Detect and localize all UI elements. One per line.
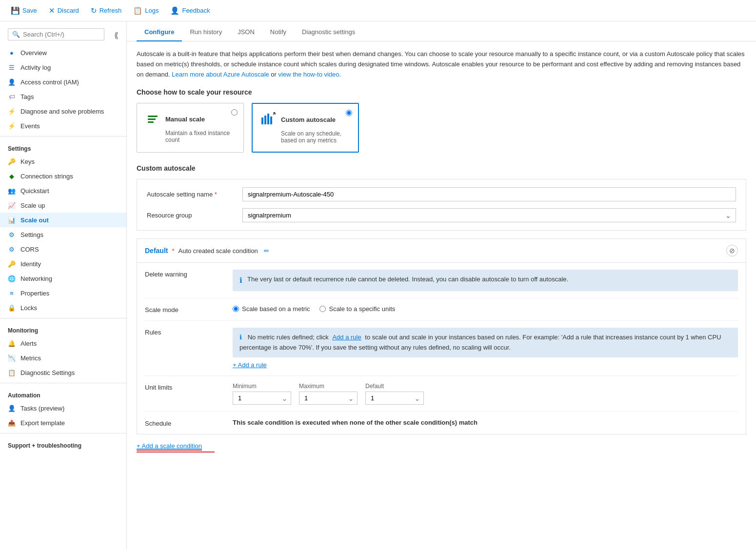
- add-rule-button[interactable]: + Add a rule: [233, 361, 738, 369]
- custom-autoscale-radio[interactable]: [346, 110, 352, 118]
- sidebar-item-cors[interactable]: ⚙ CORS: [0, 242, 126, 256]
- required-star: *: [172, 247, 174, 255]
- unit-maximum-group: Maximum 1: [299, 383, 358, 405]
- cors-icon: ⚙: [8, 245, 16, 253]
- add-scale-condition-wrapper: + Add a scale condition: [137, 442, 746, 452]
- unit-maximum-label: Maximum: [299, 383, 358, 390]
- manual-scale-card[interactable]: Manual scale Maintain a fixed instance c…: [137, 103, 244, 153]
- sidebar-item-metrics[interactable]: 📉 Metrics: [0, 351, 126, 365]
- scale-condition-box: Default * Auto created scale condition ✏…: [137, 238, 746, 434]
- export-icon: 📤: [8, 419, 16, 427]
- sidebar-item-properties[interactable]: ≡ Properties: [0, 286, 126, 300]
- sidebar-item-connection-strings[interactable]: ◆ Connection strings: [0, 169, 126, 183]
- tag-icon: 🏷: [8, 93, 16, 100]
- setting-name-input[interactable]: [242, 187, 736, 201]
- diagnostic-icon: 📋: [8, 369, 16, 376]
- sidebar-item-quickstart[interactable]: 👥 Quickstart: [0, 183, 126, 198]
- tab-configure[interactable]: Configure: [137, 23, 182, 41]
- resource-group-select[interactable]: signalrpremium: [242, 208, 736, 222]
- search-icon: 🔍: [12, 31, 20, 38]
- resource-group-label: Resource group: [147, 212, 235, 219]
- logs-button[interactable]: 📋 Logs: [128, 4, 163, 17]
- manual-scale-icon: [145, 111, 160, 127]
- delete-warning-text: The very last or default recurrence rule…: [247, 275, 568, 286]
- save-button[interactable]: 💾 Save: [6, 4, 42, 17]
- add-scale-condition-button[interactable]: + Add a scale condition: [137, 442, 746, 451]
- svg-rect-2: [267, 114, 269, 124]
- svg-rect-3: [270, 117, 272, 124]
- sidebar-item-identity[interactable]: 🔑 Identity: [0, 256, 126, 271]
- sidebar-item-access-control[interactable]: 👤 Access control (IAM): [0, 75, 126, 89]
- sidebar-item-diagnostic-settings[interactable]: 📋 Diagnostic Settings: [0, 365, 126, 380]
- resource-group-select-wrapper: signalrpremium: [242, 208, 736, 222]
- custom-autoscale-title: Custom autoscale: [281, 116, 336, 123]
- sidebar-item-diagnose[interactable]: ⚡ Diagnose and solve problems: [0, 104, 126, 118]
- setting-name-row: Autoscale setting name *: [147, 187, 736, 201]
- sidebar-item-alerts[interactable]: 🔔 Alerts: [0, 336, 126, 351]
- sidebar-item-overview[interactable]: ● Overview: [0, 45, 126, 60]
- sidebar-item-tags[interactable]: 🏷 Tags: [0, 89, 126, 104]
- manual-scale-radio-input[interactable]: [231, 109, 238, 116]
- custom-autoscale-section-label: Custom autoscale: [137, 164, 746, 172]
- rules-content: ℹ No metric rules defined; click Add a r…: [233, 328, 738, 369]
- delete-condition-button[interactable]: ⊘: [726, 245, 738, 256]
- tab-diagnostic-settings[interactable]: Diagnostic settings: [294, 23, 363, 41]
- search-box[interactable]: 🔍: [8, 28, 104, 40]
- automation-section-label: Automation: [0, 386, 126, 401]
- add-scale-condition-underline-bar: [137, 452, 215, 452]
- sidebar-item-scale-up[interactable]: 📈 Scale up: [0, 198, 126, 213]
- refresh-button[interactable]: ↻ Refresh: [86, 4, 127, 17]
- scale-metric-option[interactable]: Scale based on a metric: [233, 305, 310, 313]
- sidebar: 🔍 ⟪ ● Overview ☰ Activity log 👤 Access c…: [0, 21, 127, 550]
- collapse-button[interactable]: ⟪: [110, 29, 122, 42]
- tab-notify[interactable]: Notify: [262, 23, 294, 41]
- refresh-icon: ↻: [91, 6, 97, 15]
- info-icon: ℹ: [239, 275, 242, 286]
- sidebar-item-locks[interactable]: 🔒 Locks: [0, 300, 126, 315]
- diamond-icon: ◆: [8, 172, 16, 180]
- scale-metric-radio[interactable]: [233, 306, 239, 312]
- sidebar-item-keys[interactable]: 🔑 Keys: [0, 154, 126, 169]
- scale-specific-option[interactable]: Scale to a specific units: [319, 305, 395, 313]
- settings-section-label: Settings: [0, 139, 126, 154]
- feedback-icon: 👤: [170, 6, 179, 15]
- scale-mode-label: Scale mode: [145, 305, 233, 314]
- sidebar-item-activity-log[interactable]: ☰ Activity log: [0, 60, 126, 75]
- sidebar-item-scale-out[interactable]: 📊 Scale out: [0, 213, 126, 227]
- bolt-icon: ⚡: [8, 122, 16, 130]
- sidebar-item-settings[interactable]: ⚙ Settings: [0, 227, 126, 242]
- custom-autoscale-radio-input[interactable]: [346, 110, 352, 116]
- edit-condition-icon[interactable]: ✏: [264, 247, 269, 255]
- unit-default-select[interactable]: 1: [365, 392, 424, 405]
- sidebar-item-tasks[interactable]: 👤 Tasks (preview): [0, 401, 126, 415]
- circle-icon: ●: [8, 49, 16, 57]
- unit-minimum-label: Minimum: [233, 383, 291, 390]
- svg-rect-0: [261, 118, 263, 124]
- sidebar-item-events[interactable]: ⚡ Events: [0, 118, 126, 133]
- svg-rect-1: [264, 116, 266, 124]
- setting-name-required: *: [215, 191, 217, 198]
- scale-specific-radio[interactable]: [319, 306, 326, 312]
- custom-autoscale-card[interactable]: Custom autoscale Scale on any schedule, …: [252, 103, 359, 153]
- add-rule-link-inline[interactable]: Add a rule: [332, 334, 361, 341]
- how-to-video-link[interactable]: view the how-to video: [279, 71, 339, 78]
- feedback-button[interactable]: 👤 Feedback: [165, 4, 215, 17]
- tab-json[interactable]: JSON: [230, 23, 262, 41]
- unit-limits-content: Minimum 1 Maximum: [233, 383, 738, 405]
- unit-default-label: Default: [365, 383, 424, 390]
- unit-minimum-select-wrap: 1: [233, 392, 291, 405]
- custom-autoscale-desc: Scale on any schedule, based on any metr…: [260, 130, 350, 144]
- unit-limits-group: Minimum 1 Maximum: [233, 383, 738, 405]
- learn-more-link[interactable]: Learn more about Azure Autoscale: [172, 71, 269, 78]
- logs-icon: 📋: [133, 6, 142, 15]
- unit-minimum-select[interactable]: 1: [233, 392, 291, 405]
- sidebar-item-networking[interactable]: 🌐 Networking: [0, 271, 126, 286]
- discard-button[interactable]: ✕ Discard: [44, 4, 84, 17]
- delete-warning-row: Delete warning ℹ The very last or defaul…: [145, 263, 738, 298]
- tab-run-history[interactable]: Run history: [182, 23, 230, 41]
- search-input[interactable]: [23, 31, 100, 38]
- manual-scale-radio[interactable]: [231, 109, 238, 117]
- unit-maximum-select[interactable]: 1: [299, 392, 358, 405]
- sidebar-item-export-template[interactable]: 📤 Export template: [0, 415, 126, 430]
- scale-condition-header: Default * Auto created scale condition ✏…: [137, 239, 746, 263]
